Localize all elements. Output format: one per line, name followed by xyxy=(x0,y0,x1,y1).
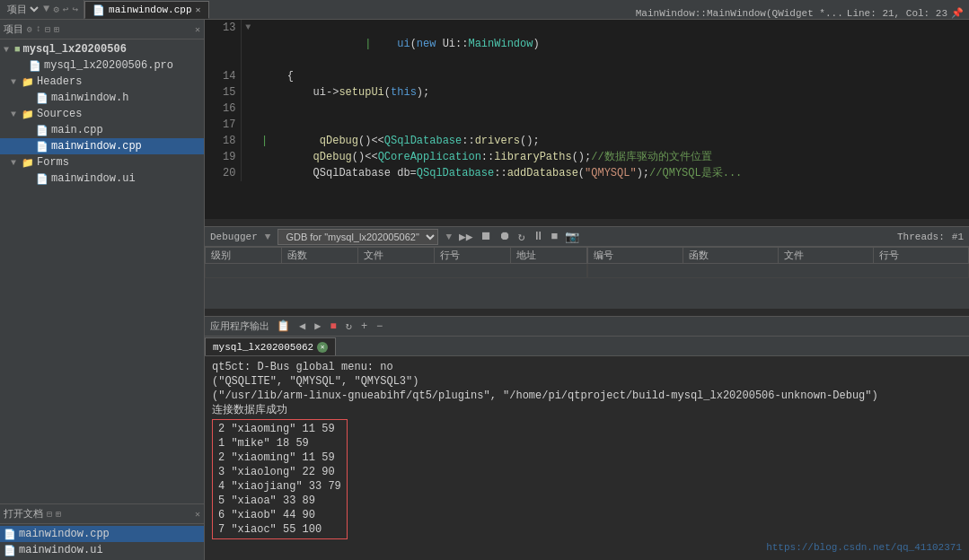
output-tab-label: mysql_lx202005062 xyxy=(213,342,313,353)
header-file-icon: 📄 xyxy=(36,92,48,104)
code-line-17: 17 xyxy=(205,117,969,133)
debugger-left-header: 级别 函数 文件 行号 地址 xyxy=(206,248,587,264)
output-btn-restart[interactable]: ↻ xyxy=(344,319,354,333)
debugger-split: 级别 函数 文件 行号 地址 xyxy=(205,247,969,309)
debugger-empty-cell xyxy=(206,264,587,278)
doc-icon-1: 📄 xyxy=(4,529,16,540)
dbg-icon-3[interactable]: ⏺ xyxy=(499,230,511,243)
code-line-13: 13 ▼ | ui(new Ui::MainWindow) xyxy=(205,20,969,68)
output-tab-main[interactable]: mysql_lx202005062 ✕ xyxy=(205,337,336,355)
dbg-col-lineno: 行号 xyxy=(434,248,510,264)
project-dropdown[interactable]: 项目 xyxy=(4,3,41,15)
editor-h-scrollbar[interactable] xyxy=(205,219,969,226)
dbg-col-fn: 函数 xyxy=(281,248,357,264)
project-icon: ■ xyxy=(14,44,21,55)
open-docs-x-icon[interactable]: ✕ xyxy=(195,509,200,520)
tree-arrow-headers: ▼ xyxy=(11,77,22,87)
sidebar-expand-icon[interactable]: ⊞ xyxy=(54,24,59,35)
open-docs-label: 打开文档 xyxy=(4,507,43,521)
debugger-h-scrollbar[interactable] xyxy=(205,309,969,316)
sidebar-sync-icon[interactable]: ↕ xyxy=(36,24,41,34)
open-docs-list: 📄 mainwindow.cpp 📄 mainwindow.ui xyxy=(0,524,204,560)
output-content[interactable]: qt5ct: D-Bus global menu: no ("QSQLITE",… xyxy=(205,356,969,560)
output-btn-prev[interactable]: ◀ xyxy=(297,319,307,333)
tree-item-main-cpp[interactable]: 📄 main.cpp xyxy=(0,122,204,138)
dbg-icon-5[interactable]: ⏸ xyxy=(533,230,544,243)
sidebar-top-bar: 项目 ⚙ ↕ ⊟ ⊞ ✕ xyxy=(0,20,204,39)
output-btn-minus[interactable]: − xyxy=(374,320,384,333)
line-num-13: 13 xyxy=(205,20,242,68)
pro-file-icon: 📄 xyxy=(29,60,41,72)
code-line-20: 20 QSqlDatabase db=QSqlDatabase::addData… xyxy=(205,165,969,181)
function-label: MainWindow::MainWindow(QWidget *... xyxy=(636,8,843,19)
editor-tab-bar: 项目 ▼ ⚙ ↩ ↪ 📄 mainwindow.cpp ✕ MainWindow… xyxy=(0,0,969,20)
tree-item-headers-folder[interactable]: ▼ 📁 Headers xyxy=(0,74,204,90)
sidebar-collapse-icon[interactable]: ⊟ xyxy=(45,24,50,35)
open-doc-mainwindow-ui[interactable]: 📄 mainwindow.ui xyxy=(0,542,204,558)
code-line-14: 14 { xyxy=(205,68,969,84)
debugger-label: Debugger xyxy=(210,232,258,242)
open-documents-section: 打开文档 ⊟ ⊞ ✕ 📄 mainwindow.cpp 📄 mainwindow… xyxy=(0,503,204,560)
tab-close-icon[interactable]: ✕ xyxy=(196,4,201,15)
dbg-icon-7[interactable]: 📷 xyxy=(565,230,579,244)
line-num-15: 15 xyxy=(205,84,242,101)
dbg-icon-2[interactable]: ⏹ xyxy=(480,230,492,243)
open-doc-label-2: mainwindow.ui xyxy=(19,544,103,556)
tree-item-forms-folder[interactable]: ▼ 📁 Forms xyxy=(0,154,204,171)
tree-item-mainwindow-cpp[interactable]: 📄 mainwindow.cpp xyxy=(0,138,204,154)
sidebar-filter-icon[interactable]: ⚙ xyxy=(27,24,32,35)
debugger-dropdown-arrow2: ▼ xyxy=(445,232,452,242)
dbg-col-fn2: 函数 xyxy=(683,248,778,264)
tree-item-sources-folder[interactable]: ▼ 📁 Sources xyxy=(0,106,204,122)
tree-item-mainwindow-h[interactable]: 📄 mainwindow.h xyxy=(0,90,204,106)
debugger-right-header: 编号 函数 文件 行号 xyxy=(587,248,969,264)
mainwindow-cpp-icon: 📄 xyxy=(36,141,48,153)
tree-item-mainwindow-ui[interactable]: 📄 mainwindow.ui xyxy=(0,171,204,187)
tree-item-project-root[interactable]: ▼ ■ mysql_lx20200506 xyxy=(0,41,204,57)
output-data-content: 2 "xiaoming" 11 59 1 "mike" 18 59 2 "xia… xyxy=(212,419,348,539)
open-docs-close-icon[interactable]: ⊞ xyxy=(56,509,61,520)
sources-folder-icon: 📁 xyxy=(22,109,34,120)
output-line-4: 连接数据库成功 xyxy=(212,403,962,417)
output-btn-plus[interactable]: + xyxy=(359,320,369,333)
output-line-2: ("QSQLITE", "QMYSQL", "QMYSQL3") xyxy=(212,374,962,389)
line-num-16: 16 xyxy=(205,101,242,117)
code-content-17 xyxy=(254,117,969,133)
dbg-icon-1[interactable]: ▶▶ xyxy=(459,230,473,244)
output-toolbar: 应用程序输出 📋 ◀ ▶ ■ ↻ + − xyxy=(205,317,969,337)
debugger-gdb-select[interactable]: GDB for "mysql_lx202005062" xyxy=(277,229,438,245)
dbg-icon-4[interactable]: ↻ xyxy=(518,230,525,244)
code-content-16 xyxy=(254,101,969,117)
output-btn-stop[interactable]: ■ xyxy=(328,320,338,333)
open-doc-mainwindow-cpp[interactable]: 📄 mainwindow.cpp xyxy=(0,526,204,542)
open-docs-settings-icon[interactable]: ⊟ xyxy=(47,509,52,520)
tree-label-forms: Forms xyxy=(37,156,69,169)
output-tab-close-icon[interactable]: ✕ xyxy=(317,342,328,353)
editor-scroll[interactable]: 13 ▼ | ui(new Ui::MainWindow) 14 { xyxy=(205,20,969,219)
tree-label-sources: Sources xyxy=(37,108,82,120)
debugger-right-table: 编号 函数 文件 行号 xyxy=(587,247,970,278)
tree-arrow-sources: ▼ xyxy=(11,109,22,119)
dbg-icon-6[interactable]: ■ xyxy=(551,230,559,243)
line-num-20: 20 xyxy=(205,165,242,181)
tree-item-pro-file[interactable]: 📄 mysql_lx20200506.pro xyxy=(0,57,204,74)
output-btn-next[interactable]: ▶ xyxy=(313,319,322,333)
output-data-line-8: 7 "xiaoc" 55 100 xyxy=(218,522,341,537)
code-content-18: | qDebug()<<QSqlDatabase::drivers(); xyxy=(254,133,969,149)
editor-tab-mainwindow-cpp[interactable]: 📄 mainwindow.cpp ✕ xyxy=(84,1,208,19)
tab-file-icon: 📄 xyxy=(92,4,105,16)
line-num-18: 18 xyxy=(205,133,242,149)
dbg-col-addr: 地址 xyxy=(510,248,586,264)
debugger-left-panel: 级别 函数 文件 行号 地址 xyxy=(205,247,587,309)
line-expand-19 xyxy=(242,149,254,165)
sidebar: 项目 ⚙ ↕ ⊟ ⊞ ✕ ▼ ■ mysql_lx20200506 📄 mysq… xyxy=(0,20,205,560)
line-num-14: 14 xyxy=(205,68,242,84)
location-label: Line: 21, Col: 23 xyxy=(847,8,947,19)
sidebar-close-icon[interactable]: ✕ xyxy=(195,24,200,35)
sidebar-tree: ▼ ■ mysql_lx20200506 📄 mysql_lx20200506.… xyxy=(0,39,204,503)
output-line-1: qt5ct: D-Bus global menu: no xyxy=(212,360,962,374)
tree-label-mainwindow-cpp: mainwindow.cpp xyxy=(51,140,142,153)
output-label: 应用程序输出 xyxy=(210,319,269,333)
output-data-line-3: 2 "xiaoming" 11 59 xyxy=(218,451,341,465)
output-btn-1[interactable]: 📋 xyxy=(275,319,292,333)
